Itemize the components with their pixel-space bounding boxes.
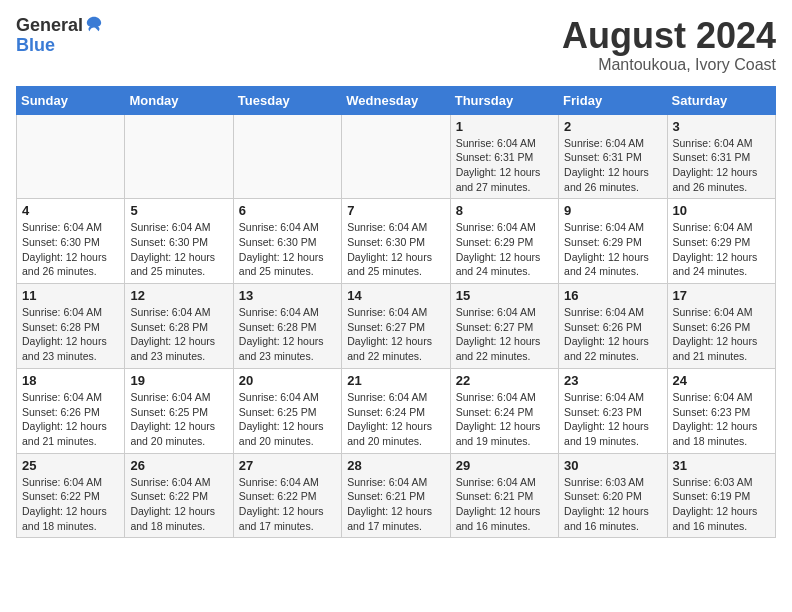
day-info: Sunrise: 6:04 AM Sunset: 6:21 PM Dayligh…	[347, 475, 444, 534]
day-info: Sunrise: 6:04 AM Sunset: 6:30 PM Dayligh…	[22, 220, 119, 279]
day-number: 19	[130, 373, 227, 388]
calendar-cell: 15Sunrise: 6:04 AM Sunset: 6:27 PM Dayli…	[450, 284, 558, 369]
calendar-cell: 30Sunrise: 6:03 AM Sunset: 6:20 PM Dayli…	[559, 453, 667, 538]
calendar-cell: 21Sunrise: 6:04 AM Sunset: 6:24 PM Dayli…	[342, 368, 450, 453]
day-info: Sunrise: 6:04 AM Sunset: 6:28 PM Dayligh…	[22, 305, 119, 364]
day-info: Sunrise: 6:04 AM Sunset: 6:28 PM Dayligh…	[239, 305, 336, 364]
day-number: 11	[22, 288, 119, 303]
calendar-cell	[17, 114, 125, 199]
calendar-cell: 26Sunrise: 6:04 AM Sunset: 6:22 PM Dayli…	[125, 453, 233, 538]
calendar-cell: 6Sunrise: 6:04 AM Sunset: 6:30 PM Daylig…	[233, 199, 341, 284]
day-info: Sunrise: 6:04 AM Sunset: 6:22 PM Dayligh…	[22, 475, 119, 534]
day-info: Sunrise: 6:03 AM Sunset: 6:20 PM Dayligh…	[564, 475, 661, 534]
day-number: 13	[239, 288, 336, 303]
day-info: Sunrise: 6:04 AM Sunset: 6:28 PM Dayligh…	[130, 305, 227, 364]
day-number: 24	[673, 373, 770, 388]
calendar-cell: 31Sunrise: 6:03 AM Sunset: 6:19 PM Dayli…	[667, 453, 775, 538]
calendar-week-row: 11Sunrise: 6:04 AM Sunset: 6:28 PM Dayli…	[17, 284, 776, 369]
day-info: Sunrise: 6:04 AM Sunset: 6:31 PM Dayligh…	[673, 136, 770, 195]
day-info: Sunrise: 6:04 AM Sunset: 6:30 PM Dayligh…	[130, 220, 227, 279]
day-info: Sunrise: 6:04 AM Sunset: 6:22 PM Dayligh…	[239, 475, 336, 534]
day-info: Sunrise: 6:04 AM Sunset: 6:29 PM Dayligh…	[564, 220, 661, 279]
calendar-cell	[233, 114, 341, 199]
day-number: 27	[239, 458, 336, 473]
day-info: Sunrise: 6:04 AM Sunset: 6:27 PM Dayligh…	[456, 305, 553, 364]
day-info: Sunrise: 6:04 AM Sunset: 6:31 PM Dayligh…	[564, 136, 661, 195]
day-info: Sunrise: 6:04 AM Sunset: 6:26 PM Dayligh…	[564, 305, 661, 364]
day-number: 9	[564, 203, 661, 218]
day-number: 26	[130, 458, 227, 473]
calendar-cell: 27Sunrise: 6:04 AM Sunset: 6:22 PM Dayli…	[233, 453, 341, 538]
calendar-cell: 19Sunrise: 6:04 AM Sunset: 6:25 PM Dayli…	[125, 368, 233, 453]
column-header-sunday: Sunday	[17, 86, 125, 114]
page-header: General Blue August 2024 Mantoukoua, Ivo…	[16, 16, 776, 74]
column-header-thursday: Thursday	[450, 86, 558, 114]
day-info: Sunrise: 6:04 AM Sunset: 6:23 PM Dayligh…	[673, 390, 770, 449]
day-number: 4	[22, 203, 119, 218]
day-number: 10	[673, 203, 770, 218]
day-number: 25	[22, 458, 119, 473]
calendar-cell: 14Sunrise: 6:04 AM Sunset: 6:27 PM Dayli…	[342, 284, 450, 369]
calendar-cell: 7Sunrise: 6:04 AM Sunset: 6:30 PM Daylig…	[342, 199, 450, 284]
calendar-cell: 3Sunrise: 6:04 AM Sunset: 6:31 PM Daylig…	[667, 114, 775, 199]
calendar-cell: 16Sunrise: 6:04 AM Sunset: 6:26 PM Dayli…	[559, 284, 667, 369]
calendar-cell: 24Sunrise: 6:04 AM Sunset: 6:23 PM Dayli…	[667, 368, 775, 453]
calendar-cell: 25Sunrise: 6:04 AM Sunset: 6:22 PM Dayli…	[17, 453, 125, 538]
month-year-title: August 2024	[562, 16, 776, 56]
calendar-cell: 5Sunrise: 6:04 AM Sunset: 6:30 PM Daylig…	[125, 199, 233, 284]
calendar-cell: 1Sunrise: 6:04 AM Sunset: 6:31 PM Daylig…	[450, 114, 558, 199]
calendar-cell: 28Sunrise: 6:04 AM Sunset: 6:21 PM Dayli…	[342, 453, 450, 538]
day-number: 21	[347, 373, 444, 388]
calendar-cell: 13Sunrise: 6:04 AM Sunset: 6:28 PM Dayli…	[233, 284, 341, 369]
calendar-cell	[342, 114, 450, 199]
calendar-week-row: 25Sunrise: 6:04 AM Sunset: 6:22 PM Dayli…	[17, 453, 776, 538]
day-info: Sunrise: 6:04 AM Sunset: 6:23 PM Dayligh…	[564, 390, 661, 449]
calendar-table: SundayMondayTuesdayWednesdayThursdayFrid…	[16, 86, 776, 539]
day-info: Sunrise: 6:04 AM Sunset: 6:21 PM Dayligh…	[456, 475, 553, 534]
day-number: 28	[347, 458, 444, 473]
logo-bird-icon	[85, 15, 103, 33]
calendar-cell: 2Sunrise: 6:04 AM Sunset: 6:31 PM Daylig…	[559, 114, 667, 199]
logo: General Blue	[16, 16, 103, 56]
day-info: Sunrise: 6:04 AM Sunset: 6:30 PM Dayligh…	[239, 220, 336, 279]
calendar-cell: 12Sunrise: 6:04 AM Sunset: 6:28 PM Dayli…	[125, 284, 233, 369]
column-header-tuesday: Tuesday	[233, 86, 341, 114]
day-number: 30	[564, 458, 661, 473]
day-info: Sunrise: 6:04 AM Sunset: 6:25 PM Dayligh…	[130, 390, 227, 449]
day-info: Sunrise: 6:04 AM Sunset: 6:22 PM Dayligh…	[130, 475, 227, 534]
calendar-cell: 17Sunrise: 6:04 AM Sunset: 6:26 PM Dayli…	[667, 284, 775, 369]
logo-blue-text: Blue	[16, 35, 55, 55]
day-number: 18	[22, 373, 119, 388]
day-number: 17	[673, 288, 770, 303]
day-info: Sunrise: 6:04 AM Sunset: 6:25 PM Dayligh…	[239, 390, 336, 449]
calendar-cell	[125, 114, 233, 199]
calendar-header-row: SundayMondayTuesdayWednesdayThursdayFrid…	[17, 86, 776, 114]
calendar-cell: 23Sunrise: 6:04 AM Sunset: 6:23 PM Dayli…	[559, 368, 667, 453]
day-number: 5	[130, 203, 227, 218]
calendar-cell: 10Sunrise: 6:04 AM Sunset: 6:29 PM Dayli…	[667, 199, 775, 284]
day-number: 6	[239, 203, 336, 218]
column-header-monday: Monday	[125, 86, 233, 114]
calendar-cell: 4Sunrise: 6:04 AM Sunset: 6:30 PM Daylig…	[17, 199, 125, 284]
calendar-week-row: 4Sunrise: 6:04 AM Sunset: 6:30 PM Daylig…	[17, 199, 776, 284]
day-number: 7	[347, 203, 444, 218]
day-number: 12	[130, 288, 227, 303]
day-number: 14	[347, 288, 444, 303]
day-number: 16	[564, 288, 661, 303]
day-info: Sunrise: 6:04 AM Sunset: 6:27 PM Dayligh…	[347, 305, 444, 364]
day-number: 3	[673, 119, 770, 134]
logo-general-text: General	[16, 16, 83, 36]
day-info: Sunrise: 6:04 AM Sunset: 6:29 PM Dayligh…	[456, 220, 553, 279]
day-info: Sunrise: 6:04 AM Sunset: 6:26 PM Dayligh…	[673, 305, 770, 364]
calendar-week-row: 1Sunrise: 6:04 AM Sunset: 6:31 PM Daylig…	[17, 114, 776, 199]
day-info: Sunrise: 6:04 AM Sunset: 6:24 PM Dayligh…	[347, 390, 444, 449]
calendar-cell: 22Sunrise: 6:04 AM Sunset: 6:24 PM Dayli…	[450, 368, 558, 453]
day-info: Sunrise: 6:03 AM Sunset: 6:19 PM Dayligh…	[673, 475, 770, 534]
day-info: Sunrise: 6:04 AM Sunset: 6:24 PM Dayligh…	[456, 390, 553, 449]
calendar-cell: 29Sunrise: 6:04 AM Sunset: 6:21 PM Dayli…	[450, 453, 558, 538]
day-info: Sunrise: 6:04 AM Sunset: 6:29 PM Dayligh…	[673, 220, 770, 279]
title-area: August 2024 Mantoukoua, Ivory Coast	[562, 16, 776, 74]
column-header-wednesday: Wednesday	[342, 86, 450, 114]
day-number: 22	[456, 373, 553, 388]
calendar-cell: 9Sunrise: 6:04 AM Sunset: 6:29 PM Daylig…	[559, 199, 667, 284]
